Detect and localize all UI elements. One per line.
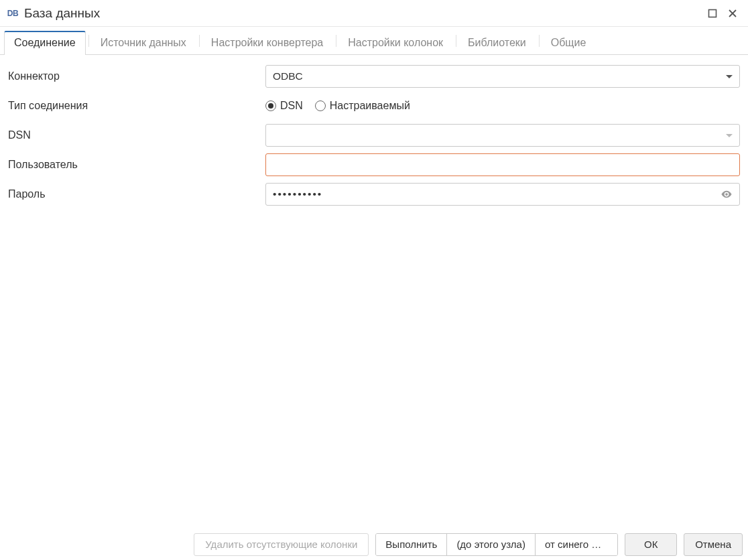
toggle-password-visibility[interactable]: [715, 188, 733, 200]
tabstrip: Соединение Источник данных Настройки кон…: [0, 27, 748, 55]
radio-icon: [315, 100, 326, 111]
tab-separator: [539, 35, 540, 47]
close-button[interactable]: [723, 3, 743, 23]
db-logo-icon: DB: [5, 7, 20, 20]
password-field-wrap: [265, 183, 740, 206]
chevron-down-icon: [726, 75, 733, 78]
dsn-label: DSN: [5, 129, 265, 141]
user-field-wrap: [265, 153, 740, 176]
tab-separator: [88, 35, 89, 47]
tab-column-settings[interactable]: Настройки колонок: [338, 31, 453, 55]
connector-label: Коннектор: [5, 70, 265, 82]
radio-custom-label: Настраиваемый: [330, 100, 410, 112]
eye-icon: [721, 188, 733, 200]
row-user: Пользователь: [5, 150, 743, 180]
tab-separator: [199, 35, 200, 47]
cancel-button[interactable]: Отмена: [684, 533, 743, 556]
execute-split-button: Выполнить (до этого узла) от синего …: [375, 533, 618, 556]
connector-value: ODBC: [273, 70, 722, 82]
radio-custom[interactable]: Настраиваемый: [315, 100, 410, 112]
conn-type-label: Тип соединения: [5, 100, 265, 112]
password-label: Пароль: [5, 188, 265, 200]
maximize-button[interactable]: [702, 3, 723, 23]
radio-dsn-label: DSN: [280, 100, 303, 112]
execute-from-blue-select[interactable]: от синего …: [535, 534, 617, 555]
row-password: Пароль: [5, 180, 743, 209]
row-dsn: DSN: [5, 121, 743, 150]
connector-select[interactable]: ODBC: [265, 65, 740, 88]
dsn-select[interactable]: [265, 124, 740, 147]
form-area: Коннектор ODBC Тип соединения DSN: [0, 55, 748, 528]
tab-datasource[interactable]: Источник данных: [90, 31, 196, 55]
tab-separator: [456, 35, 456, 47]
ok-button[interactable]: ОК: [625, 533, 677, 556]
titlebar: DB База данных: [0, 0, 748, 27]
chevron-down-icon: [726, 134, 733, 137]
execute-upto-node-button[interactable]: (до этого узла): [446, 534, 535, 555]
tab-connection[interactable]: Соединение: [4, 31, 86, 55]
delete-missing-columns-button[interactable]: Удалить отсутствующие колонки: [194, 533, 369, 556]
execute-from-blue-label: от синего …: [545, 539, 601, 550]
user-label: Пользователь: [5, 159, 265, 171]
radio-dsn[interactable]: DSN: [265, 100, 303, 112]
radio-icon: [265, 100, 276, 111]
user-input[interactable]: [273, 154, 733, 176]
maximize-icon: [708, 9, 717, 18]
tab-converter-settings[interactable]: Настройки конвертера: [201, 31, 333, 55]
row-conn-type: Тип соединения DSN Настраиваемый: [5, 91, 743, 121]
row-connector: Коннектор ODBC: [5, 62, 743, 91]
svg-rect-0: [709, 9, 716, 17]
password-input[interactable]: [273, 184, 715, 205]
conn-type-radio-group: DSN Настраиваемый: [265, 100, 740, 112]
tab-general[interactable]: Общие: [541, 31, 597, 55]
tab-libraries[interactable]: Библиотеки: [458, 31, 536, 55]
dialog-window: DB База данных Соединение Источник данны…: [0, 0, 748, 560]
tab-separator: [336, 35, 336, 47]
footer: Удалить отсутствующие колонки Выполнить …: [0, 528, 748, 560]
close-icon: [728, 9, 737, 18]
execute-button[interactable]: Выполнить: [376, 534, 446, 555]
dialog-title: База данных: [24, 6, 100, 21]
